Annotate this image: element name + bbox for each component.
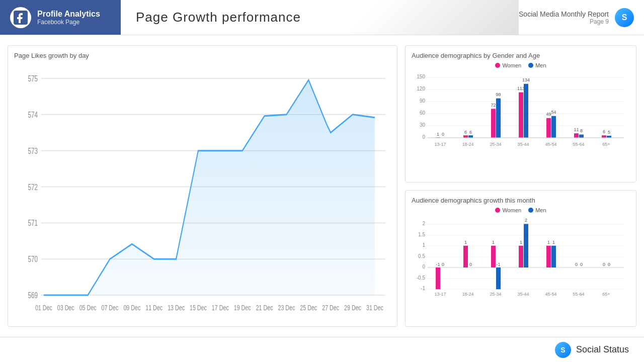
svg-text:18-24: 18-24 [462,292,473,297]
svg-text:30: 30 [420,122,426,128]
header-brand-section: Profile Analytics Facebook Page [0,0,121,35]
svg-rect-54 [491,109,496,138]
svg-text:1: 1 [520,240,522,245]
svg-text:574: 574 [28,110,38,119]
svg-text:21 Dec: 21 Dec [256,303,273,312]
svg-text:35-44: 35-44 [517,292,529,297]
svg-rect-108 [524,224,528,267]
svg-rect-50 [468,135,473,138]
svg-rect-55 [496,99,501,138]
svg-text:0: 0 [422,264,425,269]
svg-text:0.5: 0.5 [418,253,425,259]
demographics-growth-svg: 2 1.5 1 0.5 0 -0.5 -1 -1 [412,216,630,299]
svg-rect-75 [607,136,611,138]
report-info: Social Media Monthly Report Page 9 [519,10,609,25]
svg-text:8: 8 [580,128,583,133]
svg-text:0: 0 [442,132,444,137]
svg-text:07 Dec: 07 Dec [102,303,119,312]
svg-rect-69 [574,133,579,138]
header: Profile Analytics Facebook Page Page Gro… [0,0,644,35]
svg-text:569: 569 [28,291,38,300]
line-chart-panel: Page Likes growth by day 575 574 573 572… [8,45,397,327]
legend-men-1: Men [528,62,546,68]
page-number: Page 9 [519,18,609,25]
svg-text:113: 113 [517,86,525,91]
svg-text:13-17: 13-17 [434,292,446,297]
svg-text:25-34: 25-34 [490,292,501,297]
svg-text:0: 0 [580,262,583,267]
svg-text:55-64: 55-64 [573,142,584,147]
svg-text:-1: -1 [496,262,500,267]
women-dot-2 [495,208,500,213]
demographics-svg: 150 120 90 60 30 0 1 0 13-17 [412,71,630,167]
svg-text:25-34: 25-34 [490,142,501,147]
legend-women-label-1: Women [502,62,521,68]
report-title: Social Media Monthly Report [519,10,609,18]
footer: S Social Status [0,337,644,362]
svg-rect-65 [551,116,556,138]
svg-text:573: 573 [28,146,38,155]
svg-marker-31 [44,80,375,295]
svg-text:572: 572 [28,183,38,192]
line-chart-svg: 575 574 573 572 571 570 569 01 Dec 03 De… [14,63,391,319]
svg-text:29 Dec: 29 Dec [344,303,361,312]
svg-text:2: 2 [525,218,527,223]
svg-rect-74 [602,135,606,138]
svg-text:0: 0 [575,262,578,267]
men-dot-1 [528,63,533,68]
svg-text:45-54: 45-54 [545,292,556,297]
brand-subtitle: Facebook Page [37,19,100,26]
svg-text:27 Dec: 27 Dec [322,303,339,312]
svg-text:45-54: 45-54 [545,142,556,147]
svg-text:17 Dec: 17 Dec [212,303,229,312]
legend-men-2: Men [528,207,546,213]
svg-text:35-44: 35-44 [517,142,529,147]
svg-rect-98 [463,245,468,267]
legend-women-2: Women [495,207,521,213]
svg-text:6: 6 [469,130,472,135]
svg-text:0: 0 [422,134,425,140]
svg-rect-94 [436,267,440,289]
legend-men-label-2: Men [535,207,546,213]
svg-text:19 Dec: 19 Dec [234,303,251,312]
svg-rect-107 [519,245,523,267]
women-dot-1 [495,63,500,68]
svg-text:55-64: 55-64 [573,292,584,297]
svg-text:571: 571 [28,218,38,227]
svg-rect-60 [524,84,528,138]
facebook-icon [10,7,31,28]
men-dot-2 [528,208,533,213]
social-status-logo-footer: S [555,342,571,358]
svg-text:1: 1 [492,240,495,245]
main-content: Page Likes growth by day 575 574 573 572… [0,35,644,337]
svg-rect-103 [496,267,501,289]
svg-text:18-24: 18-24 [462,142,473,147]
svg-text:1: 1 [422,242,425,248]
svg-text:570: 570 [28,254,38,263]
svg-text:134: 134 [522,77,530,82]
demographics-growth-chart-box: Audience demographics growth this month … [405,190,636,327]
svg-text:6: 6 [464,130,467,135]
svg-text:60: 60 [420,110,426,116]
brand-text: Profile Analytics Facebook Page [37,10,100,26]
svg-text:03 Dec: 03 Dec [57,303,74,312]
demographics-growth-title: Audience demographics growth this month [412,197,630,204]
svg-text:01 Dec: 01 Dec [35,303,52,312]
svg-text:65+: 65+ [602,142,610,147]
svg-text:150: 150 [417,74,425,79]
svg-text:2: 2 [422,221,425,226]
svg-text:11 Dec: 11 Dec [145,303,163,312]
legend-men-label-1: Men [535,62,546,68]
svg-rect-64 [546,118,551,138]
svg-text:0: 0 [442,262,444,267]
svg-text:13-17: 13-17 [434,142,446,147]
legend-women-label-2: Women [502,207,521,213]
svg-text:31 Dec: 31 Dec [366,303,383,312]
svg-text:72: 72 [491,103,496,108]
demographics-growth-legend: Women Men [412,207,630,213]
social-status-logo-header: S [615,8,634,27]
svg-text:54: 54 [551,110,556,115]
page-title: Page Growth performance [121,0,519,35]
svg-text:25 Dec: 25 Dec [300,303,317,312]
svg-text:15 Dec: 15 Dec [190,303,207,312]
